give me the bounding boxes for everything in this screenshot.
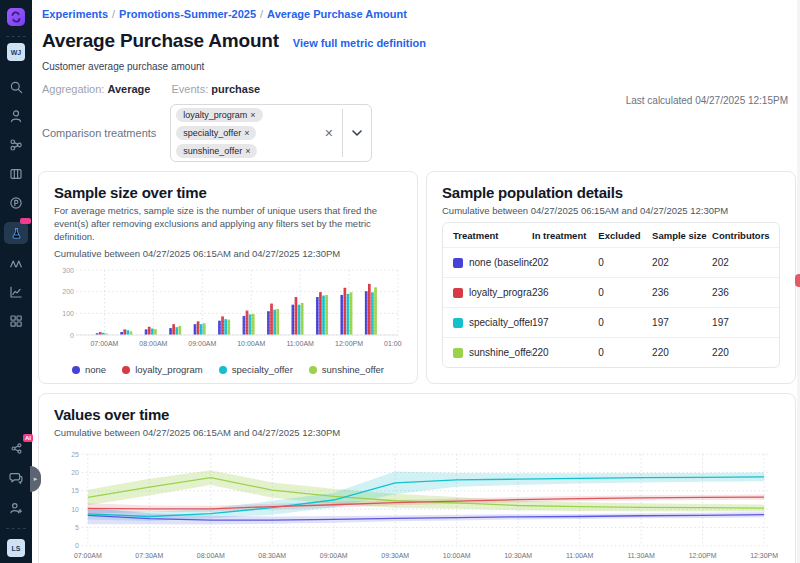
chip-loyalty-program[interactable]: loyalty_program × bbox=[176, 108, 262, 122]
col-treatment: Treatment bbox=[453, 230, 532, 241]
cell-excluded: 0 bbox=[598, 287, 652, 298]
view-metric-definition-link[interactable]: View full metric definition bbox=[293, 37, 426, 49]
cell-in-treatment: 220 bbox=[532, 347, 598, 358]
sidebar-divider bbox=[6, 36, 26, 37]
sidebar-divider bbox=[6, 528, 26, 529]
breadcrumb-separator: / bbox=[260, 8, 263, 20]
page-title: Average Purchase Amount bbox=[42, 30, 279, 52]
card-title: Sample size over time bbox=[54, 184, 402, 201]
cumulative-range: Cumulative between 04/27/2025 06:15AM an… bbox=[54, 427, 780, 438]
page-header: Experiments/Promotions-Summer-2025/Avera… bbox=[32, 0, 800, 162]
cell-in-treatment: 202 bbox=[532, 257, 598, 268]
svg-text:5: 5 bbox=[75, 524, 79, 531]
treatment-name: sunshine_offer bbox=[469, 347, 532, 358]
cell-sample-size: 220 bbox=[652, 347, 712, 358]
sidebar: WJ AI bbox=[0, 0, 32, 563]
series-swatch bbox=[453, 258, 463, 268]
table-header-row: Treatment In treatment Excluded Sample s… bbox=[443, 223, 779, 247]
legend-dot bbox=[309, 366, 317, 374]
ai-assistant-icon[interactable]: AI bbox=[6, 438, 26, 458]
legend-item-none[interactable]: none bbox=[72, 364, 106, 375]
metrics-chart-icon[interactable] bbox=[6, 282, 26, 302]
chip-remove-icon[interactable]: × bbox=[244, 128, 249, 138]
svg-text:100: 100 bbox=[62, 310, 74, 317]
svg-text:10: 10 bbox=[71, 506, 79, 513]
cell-sample-size: 236 bbox=[652, 287, 712, 298]
card-title: Values over time bbox=[54, 406, 780, 423]
sidebar-item-experiments-active[interactable] bbox=[4, 222, 28, 244]
table-row: loyalty_program 236 0 236 236 bbox=[443, 277, 779, 307]
svg-text:01:00PM: 01:00PM bbox=[384, 340, 402, 347]
chip-label: sunshine_offer bbox=[183, 146, 242, 156]
chip-specialty-offer[interactable]: specialty_offer × bbox=[176, 126, 256, 140]
svg-text:07:00AM: 07:00AM bbox=[74, 552, 102, 559]
dashboards-icon[interactable] bbox=[6, 311, 26, 331]
aggregation-value: Average bbox=[107, 83, 150, 95]
handle-arrow-icon: ▸ bbox=[34, 475, 38, 483]
cell-excluded: 0 bbox=[598, 317, 652, 328]
card-title: Sample population details bbox=[442, 184, 780, 201]
legend-label: sunshine_offer bbox=[322, 364, 384, 375]
legend-label: loyalty_program bbox=[135, 364, 203, 375]
breadcrumb: Experiments/Promotions-Summer-2025/Avera… bbox=[42, 8, 788, 20]
table-row: specialty_offer 197 0 197 197 bbox=[443, 307, 779, 337]
series-swatch bbox=[453, 318, 463, 328]
workspace-avatar[interactable]: WJ bbox=[7, 43, 25, 61]
svg-text:11:00AM: 11:00AM bbox=[566, 552, 594, 559]
chip-sunshine-offer[interactable]: sunshine_offer × bbox=[176, 144, 257, 158]
svg-text:0: 0 bbox=[75, 543, 79, 550]
series-swatch bbox=[453, 348, 463, 358]
help-chat-icon[interactable] bbox=[6, 468, 26, 488]
last-calculated-text: Last calculated 04/27/2025 12:15PM bbox=[626, 95, 788, 106]
table-row: sunshine_offer 220 0 220 220 bbox=[443, 337, 779, 367]
svg-text:11:00AM: 11:00AM bbox=[286, 340, 314, 347]
treatments-multiselect[interactable]: loyalty_program × specialty_offer × suns… bbox=[170, 104, 371, 162]
new-badge bbox=[20, 218, 31, 224]
svg-text:08:00AM: 08:00AM bbox=[139, 340, 167, 347]
treatment-name: none (baseline) bbox=[469, 257, 532, 268]
legend-item-loyalty[interactable]: loyalty_program bbox=[122, 364, 203, 375]
svg-text:300: 300 bbox=[62, 267, 74, 274]
feedback-tab[interactable] bbox=[795, 274, 800, 287]
cell-contributors: 197 bbox=[712, 317, 769, 328]
clear-all-icon[interactable]: ✕ bbox=[316, 108, 341, 158]
breadcrumb-experiments[interactable]: Experiments bbox=[42, 8, 108, 20]
values-line-chart[interactable]: 051015202507:00AM07:30AM08:00AM08:30AM09… bbox=[54, 444, 780, 563]
svg-text:08:30AM: 08:30AM bbox=[258, 552, 286, 559]
chevron-down-icon[interactable] bbox=[343, 108, 371, 158]
cell-sample-size: 202 bbox=[652, 257, 712, 268]
col-sample-size: Sample size bbox=[652, 230, 712, 241]
holdouts-icon[interactable] bbox=[6, 253, 26, 273]
segments-icon[interactable] bbox=[6, 135, 26, 155]
chip-label: loyalty_program bbox=[183, 110, 247, 120]
breadcrumb-experiment-name[interactable]: Promotions-Summer-2025 bbox=[119, 8, 256, 20]
col-excluded: Excluded bbox=[598, 230, 652, 241]
invite-user-icon[interactable] bbox=[6, 498, 26, 518]
sample-size-bar-chart[interactable]: 010020030007:00AM08:00AM09:00AM10:00AM11… bbox=[54, 265, 402, 361]
svg-text:09:30AM: 09:30AM bbox=[381, 552, 409, 559]
svg-text:10:30AM: 10:30AM bbox=[504, 552, 532, 559]
svg-text:20: 20 bbox=[71, 469, 79, 476]
chip-remove-icon[interactable]: × bbox=[245, 146, 250, 156]
aggregation-row: Aggregation: Average Events: purchase bbox=[42, 83, 788, 95]
search-icon[interactable] bbox=[6, 77, 26, 97]
legend-item-specialty[interactable]: specialty_offer bbox=[219, 364, 293, 375]
svg-text:08:00AM: 08:00AM bbox=[197, 552, 225, 559]
users-icon[interactable] bbox=[6, 106, 26, 126]
feature-gates-icon[interactable] bbox=[6, 164, 26, 184]
svg-text:11:30AM: 11:30AM bbox=[627, 552, 655, 559]
chip-remove-icon[interactable]: × bbox=[250, 110, 255, 120]
svg-text:07:00AM: 07:00AM bbox=[90, 340, 118, 347]
pulse-icon[interactable] bbox=[6, 193, 26, 213]
col-contributors: Contributors bbox=[712, 230, 769, 241]
events-label: Events: bbox=[172, 83, 209, 95]
legend-dot bbox=[219, 366, 227, 374]
legend-item-sunshine[interactable]: sunshine_offer bbox=[309, 364, 384, 375]
user-avatar[interactable]: LS bbox=[7, 539, 25, 557]
cell-excluded: 0 bbox=[598, 257, 652, 268]
breadcrumb-metric[interactable]: Average Purchase Amount bbox=[267, 8, 407, 20]
cell-contributors: 236 bbox=[712, 287, 769, 298]
statsig-logo-icon[interactable] bbox=[7, 8, 25, 26]
svg-text:10:00AM: 10:00AM bbox=[443, 552, 471, 559]
aggregation-label: Aggregation: bbox=[42, 83, 104, 95]
